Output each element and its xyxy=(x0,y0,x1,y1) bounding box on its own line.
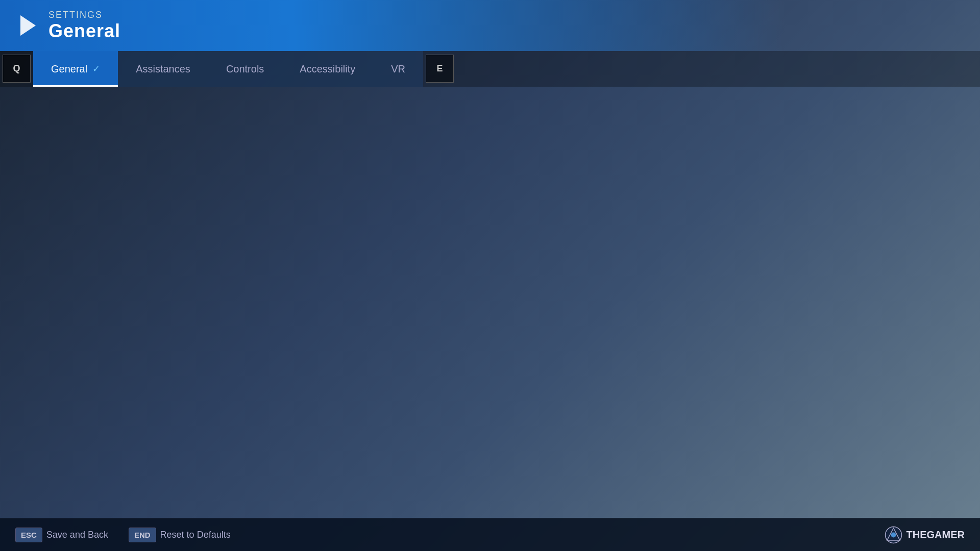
svg-point-3 xyxy=(891,532,896,537)
thegamer-icon xyxy=(885,526,902,544)
tab-accessibility[interactable]: Accessibility xyxy=(282,51,373,87)
header-chevron-icon xyxy=(15,13,41,38)
settings-label: Settings xyxy=(48,10,120,20)
reset-defaults-button[interactable]: END Reset to Defaults xyxy=(129,528,231,542)
tab-bar: Q General ✓ Assistances Controls Accessi… xyxy=(0,51,980,87)
footer: ESC Save and Back END Reset to Defaults … xyxy=(0,518,980,551)
thegamer-logo: THEGAMER xyxy=(885,526,965,544)
save-back-button[interactable]: ESC Save and Back xyxy=(15,528,108,542)
header: Settings General xyxy=(0,0,980,51)
tab-check-icon: ✓ xyxy=(92,63,100,74)
tab-controls[interactable]: Controls xyxy=(208,51,282,87)
esc-key-label: ESC xyxy=(15,528,42,542)
svg-marker-0 xyxy=(20,15,36,36)
tab-vr[interactable]: VR xyxy=(373,51,423,87)
tab-key-q[interactable]: Q xyxy=(3,55,31,83)
header-title-container: Settings General xyxy=(48,10,120,42)
end-key-label: END xyxy=(129,528,156,542)
tab-key-e[interactable]: E xyxy=(426,55,454,83)
save-back-label: Save and Back xyxy=(46,530,108,540)
tab-general[interactable]: General ✓ xyxy=(33,51,118,87)
page-title: General xyxy=(48,20,120,42)
tab-assistances[interactable]: Assistances xyxy=(118,51,208,87)
reset-defaults-label: Reset to Defaults xyxy=(160,530,231,540)
